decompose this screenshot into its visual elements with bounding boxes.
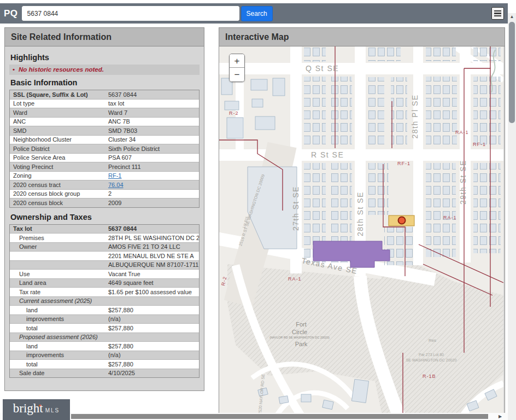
basic-info-row: ZoningRF-1 (10, 171, 199, 180)
ownership-row: improvements(n/a) (10, 351, 199, 360)
hamburger-menu-icon[interactable] (491, 7, 504, 20)
ownership-value: 4/10/2025 (107, 369, 199, 377)
vertical-scrollbar[interactable]: ▲ (508, 13, 516, 420)
pq-logo: PQ (4, 8, 18, 19)
ownership-label (10, 264, 107, 265)
basic-info-label: SSL (Square, Suffix & Lot) (10, 91, 107, 98)
ownership-label: Sale date (10, 369, 107, 377)
basic-info-row: WardWard 7 (10, 108, 199, 117)
basic-info-value: 5637 0844 (107, 91, 199, 98)
ownership-value: (n/a) (107, 315, 199, 323)
street-label: R St SE (311, 150, 344, 159)
top-bar: PQ Search (0, 3, 508, 24)
ownership-section-label: Proposed assessment (2026) (10, 333, 199, 341)
ownership-label: improvements (10, 315, 107, 323)
basic-info-row: 2020 census tract76.04 (10, 180, 199, 189)
basic-info-value: Cluster 34 (107, 136, 199, 143)
site-related-information-panel: Site Related Information Highlights • No… (4, 27, 204, 391)
ownership-value: $257,880 (107, 342, 199, 350)
ownership-row: Premises28TH PL SE WASHINGTON DC 20020 (10, 233, 199, 242)
scroll-right-icon[interactable]: ▶ (499, 414, 502, 419)
ownership-row: land$257,880 (10, 341, 199, 351)
ownership-row: Land area4649 square feet (10, 278, 199, 288)
basic-info-row: Police Service AreaPSA 607 (10, 153, 199, 162)
flame-icon: ✦ (38, 399, 42, 412)
ownership-label: Tax rate (10, 288, 107, 296)
bullet-icon: • (13, 66, 15, 73)
zone-label: R-1B (423, 374, 436, 379)
basic-info-row: ANCANC 7B (10, 117, 199, 126)
basic-info-label: Ward (10, 109, 107, 116)
basic-info-label: 2020 census block group (10, 190, 107, 197)
parcel-label: Res (429, 338, 436, 343)
ownership-label: Premises (10, 234, 107, 242)
ownership-label: improvements (10, 351, 107, 359)
ownership-row: Tax lot5637 0844 (10, 225, 199, 234)
map-panel-title: Interactive Map (219, 28, 505, 46)
ownership-value: $257,880 (107, 306, 199, 314)
ownership-row: improvements(n/a) (10, 314, 199, 324)
ownership-row: total$257,880 (10, 323, 199, 332)
basic-info-value-link[interactable]: 76.04 (108, 182, 124, 188)
ownership-row: 2201 MENAUL BLVD NE STE A (10, 251, 199, 260)
basic-info-label: SMD (10, 127, 107, 135)
basic-info-value: RF-1 (107, 172, 199, 179)
ownership-value: 2201 MENAUL BLVD NE STE A (107, 252, 199, 260)
search-input[interactable] (22, 6, 239, 21)
interactive-map[interactable]: Q St SE R St SE 27th St SE 28th St SE 28… (219, 46, 503, 420)
basic-info-value: Sixth Police District (107, 145, 199, 153)
svg-text:Park: Park (295, 341, 308, 347)
basic-info-label: 2020 census tract (10, 181, 107, 189)
ownership-label: land (10, 342, 107, 350)
basic-info-row: Lot typetax lot (10, 99, 199, 108)
zone-label: RA-1 (288, 276, 302, 282)
basic-info-row: SSL (Square, Suffix & Lot)5637 0844 (10, 90, 199, 99)
ownership-label (10, 255, 107, 256)
zoom-out-button[interactable]: − (230, 68, 244, 81)
ownership-row: total$257,880 (10, 359, 199, 369)
vertical-scrollbar-thumb[interactable] (509, 22, 515, 123)
ownership-section-label: Current assessment (2025) (10, 297, 199, 305)
ownership-label: Land area (10, 279, 107, 287)
street-label: 27th St SE (291, 186, 300, 231)
basic-info-label: Voting Precinct (10, 163, 107, 171)
ownership-row: OwnerAMOS FIVE 21 TO 24 LLC (10, 242, 199, 252)
horizontal-scrollbar-thumb[interactable] (71, 414, 488, 419)
zoom-in-button[interactable]: + (230, 54, 244, 68)
zone-label: RA-1 (455, 130, 469, 135)
basic-info-value-link[interactable]: RF-1 (108, 172, 121, 179)
basic-info-label: Police District (10, 145, 107, 153)
ownership-label: total (10, 324, 107, 332)
ownership-row: ALBUQUERQUE NM 87107-1711 (10, 260, 199, 270)
zone-label: RF-1 (397, 161, 411, 166)
basic-info-row: Police DistrictSixth Police District (10, 144, 199, 153)
ownership-row: UseVacant True (10, 269, 199, 278)
basic-information-table: SSL (Square, Suffix & Lot)5637 0844Lot t… (9, 90, 200, 208)
ownership-value: $1.65 per $100 assessed value (107, 288, 199, 296)
basic-information-heading: Basic Information (10, 78, 200, 87)
ownership-label: total (10, 360, 107, 368)
svg-text:Circle: Circle (292, 329, 307, 335)
basic-info-row: Neighborhood ClusterCluster 34 (10, 135, 199, 144)
map-canvas: Q St SE R St SE 27th St SE 28th St SE 28… (219, 46, 503, 420)
ownership-row: land$257,880 (10, 305, 199, 314)
street-label: 28th St SE (356, 191, 365, 236)
basic-info-row: Voting PrecinctPrecinct 111 (10, 162, 199, 171)
zone-label: RF-1 (473, 142, 486, 147)
horizontal-scrollbar[interactable]: ▶ (0, 413, 508, 420)
basic-info-row: SMDSMD 7B03 (10, 126, 199, 135)
basic-info-label: Lot type (10, 100, 107, 107)
search-button[interactable]: Search (241, 6, 273, 21)
parcel-label: SE WASHINGTON DC 20020 (406, 358, 457, 362)
basic-info-value: 76.04 (107, 181, 199, 189)
ownership-label: Owner (10, 243, 107, 250)
basic-info-value: 2009 (107, 199, 199, 207)
map-zoom-control: + − (229, 54, 245, 82)
ownership-label: Use (10, 270, 107, 278)
ownership-row: Current assessment (2025) (10, 296, 199, 306)
selected-parcel-marker[interactable] (389, 215, 414, 226)
basic-info-value: PSA 607 (107, 154, 199, 161)
scroll-up-icon[interactable]: ▲ (508, 14, 516, 19)
ownership-taxes-heading: Ownership and Taxes (10, 213, 200, 221)
parcel-label: Par 273 Lot 80 (419, 353, 444, 357)
